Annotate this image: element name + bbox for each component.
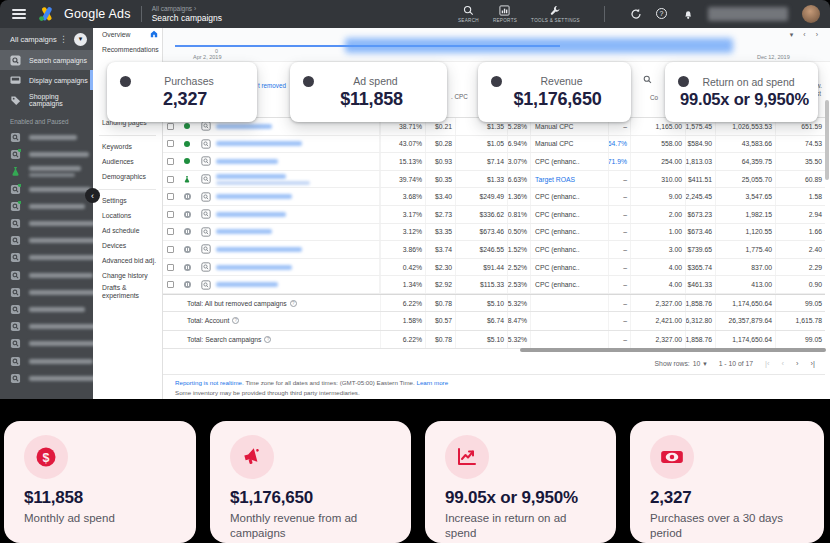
sidebar-campaign-item-blurred[interactable]: [0, 335, 93, 352]
info-icon[interactable]: ?: [232, 317, 239, 324]
row-checkbox[interactable]: [167, 281, 174, 288]
help-icon[interactable]: ?: [656, 8, 667, 19]
row-checkbox[interactable]: [167, 228, 174, 235]
row-checkbox[interactable]: [167, 211, 174, 218]
sidebar-campaign-item-blurred[interactable]: [0, 129, 93, 146]
learn-more-link[interactable]: Learn more: [416, 379, 448, 386]
google-ads-logo-icon: [38, 6, 56, 22]
sidebar-campaign-item-blurred[interactable]: [0, 370, 93, 387]
sidebar-campaign-item-blurred[interactable]: [0, 232, 93, 249]
subnav-item-change-history[interactable]: Change history: [93, 269, 162, 284]
campaign-name-link-blurred[interactable]: [216, 265, 292, 270]
chart-next-icon[interactable]: ›: [816, 31, 818, 39]
table-cell: CPC (enhanc..: [530, 276, 608, 293]
campaign-name-link-blurred[interactable]: [216, 247, 302, 252]
sidebar-campaign-item-blurred[interactable]: [0, 181, 93, 198]
row-checkbox[interactable]: [167, 176, 174, 183]
more-options-icon[interactable]: ⋮: [59, 34, 68, 44]
table-cell: Target ROAS: [530, 171, 608, 188]
table-row[interactable]: 3.68%$3.40$249.491.36%CPC (enhanc..–9.00…: [163, 188, 825, 206]
first-page-icon[interactable]: |‹: [765, 359, 769, 368]
divider: [99, 135, 156, 136]
campaign-name-link-blurred[interactable]: [216, 194, 292, 199]
campaign-name-blurred: [29, 341, 93, 346]
table-row[interactable]: 3.86%$3.74$246.551.52%CPC (enhanc..–3.00…: [163, 241, 825, 259]
table-row[interactable]: 43.07%$0.28$1.0526.94%Manual CPC64.7%558…: [163, 136, 825, 154]
subnav-item-keywords[interactable]: Keywords: [93, 140, 162, 155]
notifications-bell-icon[interactable]: [681, 7, 694, 20]
sidebar-campaign-item-blurred[interactable]: [0, 318, 93, 335]
sidebar-campaign-item-blurred[interactable]: [0, 284, 93, 301]
sidebar-campaign-item-blurred[interactable]: [0, 352, 93, 369]
subnav-item-overview[interactable]: Overview: [93, 28, 162, 43]
sidebar-item-display-campaigns[interactable]: Display campaigns: [0, 70, 93, 90]
table-row[interactable]: 0.42%$2.30$91.442.52%CPC (enhanc..–4.00$…: [163, 259, 825, 277]
info-icon[interactable]: ?: [290, 300, 297, 307]
sidebar-campaign-item-blurred[interactable]: [0, 249, 93, 266]
sidebar-item-shopping-campaigns[interactable]: Shopping campaigns: [0, 90, 93, 110]
info-icon[interactable]: ?: [264, 336, 271, 343]
breadcrumb[interactable]: All campaigns › Search campaigns: [152, 5, 222, 23]
search-button[interactable]: SEARCH: [458, 4, 479, 23]
prev-page-icon[interactable]: ‹: [782, 359, 785, 368]
row-checkbox[interactable]: [167, 140, 174, 147]
refresh-icon[interactable]: [629, 7, 642, 20]
sidebar-campaign-item-blurred[interactable]: [0, 198, 93, 215]
sidebar-campaign-item-blurred[interactable]: [0, 163, 93, 180]
row-checkbox[interactable]: [167, 193, 174, 200]
campaign-name-link-blurred[interactable]: [216, 174, 286, 179]
campaign-name-link-blurred[interactable]: [216, 282, 278, 287]
horizontal-scrollbar[interactable]: [520, 348, 826, 352]
chart-dropdown-icon[interactable]: ▾: [790, 31, 794, 39]
menu-icon[interactable]: [12, 9, 26, 19]
sidebar-campaign-item-blurred[interactable]: [0, 267, 93, 284]
table-row[interactable]: 3.12%$3.35$673.460.50%CPC (enhanc..–1.00…: [163, 224, 825, 242]
sidebar-campaign-item-blurred[interactable]: [0, 301, 93, 318]
campaign-name-link-blurred[interactable]: [216, 141, 302, 146]
table-row[interactable]: 15.13%$0.93$7.1413.07%CPC (enhanc..71.9%…: [163, 153, 825, 171]
row-checkbox[interactable]: [167, 264, 174, 271]
campaign-name-link-blurred[interactable]: [216, 229, 272, 234]
subnav-item-recommendations[interactable]: Recommendations: [93, 43, 162, 58]
table-cell: $91.44: [455, 259, 507, 276]
last-page-icon[interactable]: ›|: [811, 359, 815, 368]
table-cell: CPC (enhanc..: [530, 206, 608, 223]
reporting-link[interactable]: Reporting is not realtime.: [175, 379, 244, 386]
subnav-item-advanced-bid-adj-[interactable]: Advanced bid adj.: [93, 254, 162, 269]
vertical-scrollbar[interactable]: [825, 100, 829, 180]
subnav-item-ad-schedule[interactable]: Ad schedule: [93, 224, 162, 239]
row-checkbox[interactable]: [167, 123, 174, 130]
chart-prev-icon[interactable]: ‹: [803, 31, 805, 39]
campaign-name-link-blurred[interactable]: [216, 124, 272, 129]
subnav-item-devices[interactable]: Devices: [93, 239, 162, 254]
reports-button[interactable]: REPORTS: [493, 4, 517, 23]
subnav-item-settings[interactable]: Settings: [93, 194, 162, 209]
collapse-sidebar-icon[interactable]: ‹: [85, 188, 100, 203]
breadcrumb-parent[interactable]: All campaigns ›: [152, 5, 222, 13]
subnav-item-audiences[interactable]: Audiences: [93, 155, 162, 170]
row-checkbox[interactable]: [167, 246, 174, 253]
table-search-icon[interactable]: [643, 70, 652, 88]
table-row[interactable]: 39.74%$0.35$1.3326.63%Target ROAS–310.00…: [163, 171, 825, 189]
next-page-icon[interactable]: ›: [796, 359, 799, 368]
sidebar-campaign-item-blurred[interactable]: [0, 146, 93, 163]
table-total-cell: $11,858.76: [685, 331, 715, 348]
subnav-item-demographics[interactable]: Demographics: [93, 170, 162, 185]
table-total-cell: –: [608, 295, 630, 311]
campaign-name-link-blurred[interactable]: [216, 159, 278, 164]
status-filter-fragment[interactable]: t removed: [258, 82, 286, 89]
table-cell: 2.52%: [507, 259, 530, 276]
tools-settings-button[interactable]: TOOLS & SETTINGS: [531, 4, 580, 23]
show-rows-select[interactable]: Show rows: 10 ▾: [655, 360, 707, 368]
sidebar-campaign-item-blurred[interactable]: [0, 215, 93, 232]
campaign-name-link-blurred[interactable]: [216, 212, 286, 217]
table-row[interactable]: 1.34%$2.92$115.332.53%CPC (enhanc..–4.00…: [163, 276, 825, 294]
avatar[interactable]: [802, 5, 820, 23]
sidebar-item-search-campaigns[interactable]: Search campaigns: [0, 50, 93, 70]
subnav-item-drafts-experiments[interactable]: Drafts & experiments: [93, 284, 162, 301]
collapse-all-campaigns-icon[interactable]: ▾: [74, 33, 87, 46]
row-checkbox[interactable]: [167, 158, 174, 165]
subnav-item-locations[interactable]: Locations: [93, 209, 162, 224]
table-row[interactable]: 3.17%$2.73$336.620.81%CPC (enhanc..–2.00…: [163, 206, 825, 224]
trend-chart-icon: [445, 435, 489, 479]
